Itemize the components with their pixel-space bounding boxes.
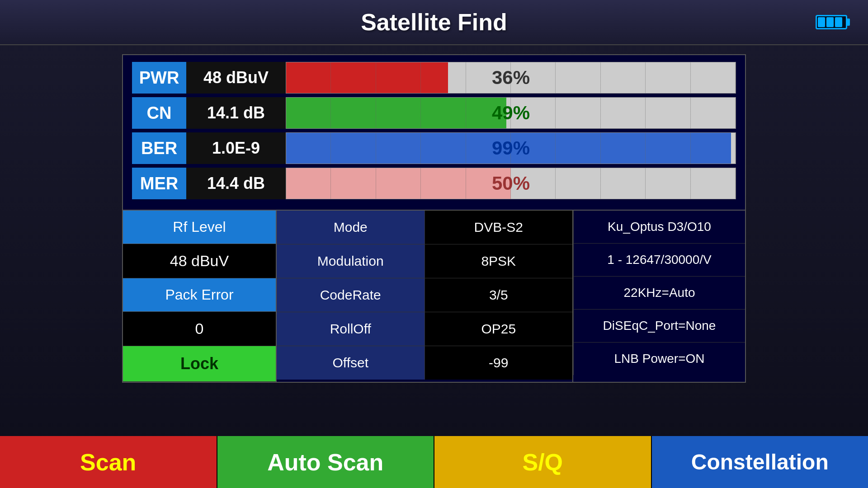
rf-level-label: Rf Level <box>123 211 276 244</box>
middle-row-3: RollOff OP25 <box>277 312 572 346</box>
cn-label: CN <box>132 97 186 129</box>
mer-row: MER 14.4 dB 50% <box>132 168 736 199</box>
mer-percent: 50% <box>286 173 736 194</box>
pack-error-label: Pack Error <box>123 278 276 312</box>
right-panel: Ku_Optus D3/O101 - 12647/30000/V22KHz=Au… <box>573 211 745 382</box>
middle-row-label-4: Offset <box>277 346 425 380</box>
pwr-bar-container: 36% <box>286 62 736 94</box>
pwr-value: 48 dBuV <box>186 62 286 94</box>
middle-row-label-3: RollOff <box>277 312 425 346</box>
right-panel-item-4: LNB Power=ON <box>573 343 745 375</box>
middle-row-label-0: Mode <box>277 211 425 244</box>
cn-percent: 49% <box>286 102 736 124</box>
battery-seg-1 <box>818 17 825 27</box>
middle-row-value-2: 3/5 <box>425 278 573 312</box>
ber-bar-container: 99% <box>286 132 736 164</box>
constellation-button[interactable]: Constellation <box>652 436 868 488</box>
cn-value: 14.1 dB <box>186 97 286 129</box>
battery-tip <box>847 19 850 26</box>
scan-button[interactable]: Scan <box>0 436 217 488</box>
ber-row: BER 1.0E-9 99% <box>132 132 736 164</box>
info-section: Rf Level 48 dBuV Pack Error 0 Lock Mode … <box>123 210 745 382</box>
pwr-label: PWR <box>132 62 186 94</box>
left-panel: Rf Level 48 dBuV Pack Error 0 Lock <box>123 211 277 382</box>
middle-row-2: CodeRate 3/5 <box>277 278 572 312</box>
pwr-row: PWR 48 dBuV 36% <box>132 62 736 94</box>
auto-scan-button[interactable]: Auto Scan <box>217 436 435 488</box>
middle-panel: Mode DVB-S2 Modulation 8PSK CodeRate 3/5… <box>277 211 573 382</box>
middle-row-0: Mode DVB-S2 <box>277 211 572 244</box>
bottom-buttons: Scan Auto Scan S/Q Constellation <box>0 436 868 488</box>
middle-row-value-0: DVB-S2 <box>425 211 573 244</box>
ber-value: 1.0E-9 <box>186 132 286 164</box>
middle-row-label-1: Modulation <box>277 244 425 278</box>
battery-seg-3 <box>835 17 842 27</box>
ber-percent: 99% <box>286 137 736 159</box>
middle-row-label-2: CodeRate <box>277 278 425 312</box>
right-panel-item-2: 22KHz=Auto <box>573 277 745 310</box>
ber-label: BER <box>132 132 186 164</box>
middle-row-4: Offset -99 <box>277 346 572 380</box>
mer-value: 14.4 dB <box>186 168 286 199</box>
battery-seg-2 <box>826 17 834 27</box>
cn-row: CN 14.1 dB 49% <box>132 97 736 129</box>
cn-bar-container: 49% <box>286 97 736 129</box>
meters-section: PWR 48 dBuV 36% CN 14.1 dB 49% BER 1.0E-… <box>123 55 745 210</box>
page-title: Satellite Find <box>361 9 507 36</box>
rf-level-value: 48 dBuV <box>123 244 276 278</box>
header: Satellite Find <box>0 0 868 45</box>
mer-bar-container: 50% <box>286 168 736 199</box>
middle-row-value-1: 8PSK <box>425 244 573 278</box>
right-panel-item-3: DiSEqC_Port=None <box>573 310 745 343</box>
right-panel-item-0: Ku_Optus D3/O10 <box>573 211 745 244</box>
pwr-percent: 36% <box>286 67 736 89</box>
battery-body <box>816 15 847 29</box>
sq-button[interactable]: S/Q <box>434 436 652 488</box>
main-content: PWR 48 dBuV 36% CN 14.1 dB 49% BER 1.0E-… <box>122 54 746 383</box>
mer-label: MER <box>132 168 186 199</box>
middle-row-value-3: OP25 <box>425 312 573 346</box>
middle-row-1: Modulation 8PSK <box>277 244 572 278</box>
middle-row-value-4: -99 <box>425 346 573 380</box>
lock-status: Lock <box>123 346 276 382</box>
battery-icon <box>816 15 850 29</box>
right-panel-item-1: 1 - 12647/30000/V <box>573 244 745 277</box>
pack-error-value: 0 <box>123 312 276 346</box>
